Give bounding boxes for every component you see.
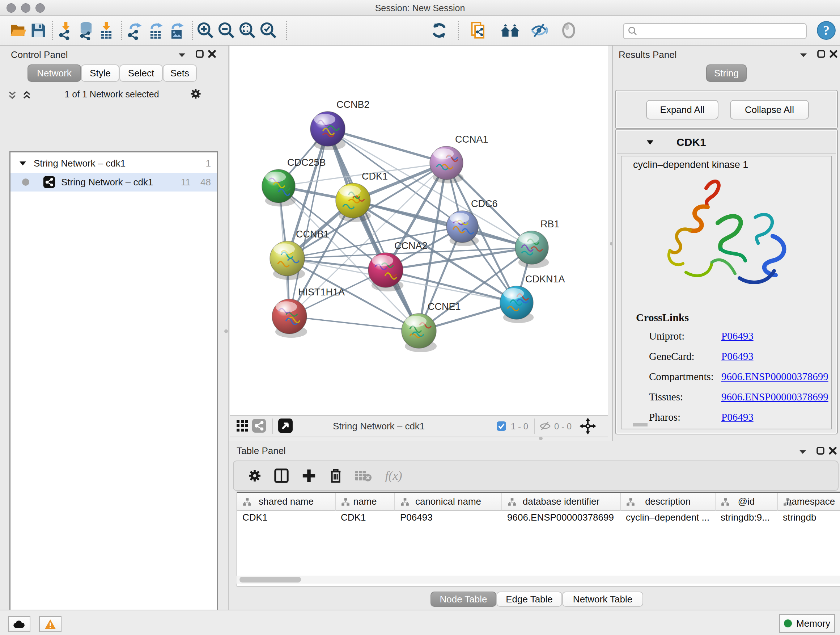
cloud-button[interactable] xyxy=(8,616,30,632)
show-graphics-details-icon[interactable] xyxy=(559,20,579,41)
import-table-from-file-icon[interactable] xyxy=(96,20,117,41)
crosslink-value[interactable]: P06493 xyxy=(722,330,753,342)
mini-scrollbar[interactable] xyxy=(633,423,647,426)
network-node-cdk1[interactable]: CDK1 xyxy=(336,171,388,222)
network-node-ccnb1[interactable]: CCNB1 xyxy=(270,229,329,280)
table-cell[interactable]: stringdb xyxy=(778,512,840,525)
help-icon[interactable]: ? xyxy=(816,20,836,41)
network-options-gear-icon[interactable] xyxy=(189,88,202,103)
collapse-arrow-icon[interactable] xyxy=(19,160,27,167)
grid-view-icon[interactable] xyxy=(236,419,249,435)
zoom-selected-icon[interactable] xyxy=(258,20,279,41)
export-table-icon[interactable] xyxy=(145,20,166,41)
crosslink-value[interactable]: 9606.ENSP00000378699 xyxy=(722,371,829,383)
section-collapse-icon[interactable] xyxy=(646,138,654,146)
add-column-icon[interactable] xyxy=(300,467,317,485)
zoom-in-icon[interactable] xyxy=(195,20,216,41)
table-cell[interactable]: CDK1 xyxy=(336,512,395,525)
close-panel-icon[interactable] xyxy=(829,48,838,61)
float-panel-icon[interactable] xyxy=(799,49,807,62)
scrollbar-thumb[interactable] xyxy=(240,577,301,583)
network-edge[interactable] xyxy=(328,129,419,331)
column-header-canonicalname[interactable]: canonical name xyxy=(395,493,502,511)
table-settings-gear-icon[interactable] xyxy=(246,467,264,485)
network-node-cdkn1a[interactable]: CDKN1A xyxy=(500,274,565,323)
column-header-databaseidentifier[interactable]: database identifier xyxy=(502,493,621,511)
share-document-icon[interactable] xyxy=(469,20,489,41)
close-panel-icon[interactable] xyxy=(208,48,216,61)
zoom-fit-icon[interactable] xyxy=(237,20,257,41)
network-collection-row[interactable]: String Network – cdk1 1 xyxy=(11,154,217,173)
collapse-all-button[interactable]: Collapse All xyxy=(730,100,809,119)
import-network-from-file-icon[interactable] xyxy=(56,20,76,41)
column-header-sharedname[interactable]: shared name xyxy=(237,493,336,511)
show-columns-icon[interactable] xyxy=(273,467,290,485)
hide-unhide-icon[interactable] xyxy=(530,20,550,41)
expand-all-networks-icon[interactable] xyxy=(22,90,32,103)
string-home-icon[interactable] xyxy=(500,20,520,41)
export-network-icon[interactable] xyxy=(125,20,145,41)
network-node-ccna1[interactable]: CCNA1 xyxy=(430,134,488,184)
tab-edge-table[interactable]: Edge Table xyxy=(496,592,562,607)
maximize-panel-icon[interactable] xyxy=(817,48,826,61)
network-edge[interactable] xyxy=(289,317,419,331)
memory-button[interactable]: Memory xyxy=(779,614,835,633)
table-cell[interactable]: stringdb:9... xyxy=(715,512,778,525)
open-file-icon[interactable] xyxy=(8,20,28,41)
expand-all-button[interactable]: Expand All xyxy=(646,100,718,119)
warning-button[interactable] xyxy=(39,616,62,632)
section-header[interactable]: CDK1 xyxy=(617,131,836,154)
table-panel: Table Panel f(x) shared n xyxy=(229,441,840,610)
horizontal-splitter-handle[interactable] xyxy=(539,437,543,440)
network-canvas[interactable]: CCNB2CCNA1CDC25BCDK1CDC6RB1CCNB1CCNA2CDK… xyxy=(230,46,608,415)
column-header-name[interactable]: name xyxy=(336,493,395,511)
column-header-id[interactable]: @id xyxy=(715,493,778,511)
save-session-icon[interactable] xyxy=(28,20,49,41)
maximize-panel-icon[interactable] xyxy=(195,48,204,61)
column-header-namespace[interactable]: namespace xyxy=(778,493,840,511)
tab-network-table[interactable]: Network Table xyxy=(562,592,643,607)
float-panel-icon[interactable] xyxy=(178,49,186,62)
table-cell[interactable]: cyclin–dependent ... xyxy=(621,512,715,525)
network-edge[interactable] xyxy=(328,129,447,163)
import-network-from-database-icon[interactable] xyxy=(76,20,96,41)
float-panel-icon[interactable] xyxy=(799,445,807,459)
close-panel-icon[interactable] xyxy=(829,445,837,458)
network-view-icon[interactable] xyxy=(252,418,266,436)
collapse-all-networks-icon[interactable] xyxy=(7,90,17,103)
tab-node-table[interactable]: Node Table xyxy=(431,592,496,607)
toolbar-separator xyxy=(52,21,53,40)
network-row-selected[interactable]: String Network – cdk1 11 48 xyxy=(11,173,217,192)
tab-string[interactable]: String xyxy=(706,65,747,82)
search-input[interactable] xyxy=(623,23,807,39)
column-header-description[interactable]: description xyxy=(621,493,715,511)
network-node-rb1[interactable]: RB1 xyxy=(515,219,560,268)
table-cell[interactable]: 9606.ENSP00000378699 xyxy=(502,512,621,525)
tab-network[interactable]: Network xyxy=(27,65,81,82)
tab-select[interactable]: Select xyxy=(119,65,163,82)
crosslink-value[interactable]: P06493 xyxy=(722,350,753,363)
tab-style[interactable]: Style xyxy=(81,65,119,82)
network-node-cdc25b[interactable]: CDC25B xyxy=(262,157,326,207)
export-image-icon[interactable] xyxy=(166,20,187,41)
tab-sets[interactable]: Sets xyxy=(163,65,197,82)
column-header-label: shared name xyxy=(259,496,314,507)
left-splitter-handle[interactable] xyxy=(224,329,228,333)
table-cell[interactable]: P06493 xyxy=(395,512,502,525)
crosslink-value[interactable]: P06493 xyxy=(722,411,753,423)
network-node-hist1h1a[interactable]: HIST1H1A xyxy=(272,287,345,338)
refresh-icon[interactable] xyxy=(429,20,449,41)
network-node-cdc6[interactable]: CDC6 xyxy=(447,198,498,246)
network-edge[interactable] xyxy=(353,201,532,248)
network-node-ccnb2[interactable]: CCNB2 xyxy=(310,99,370,150)
horizontal-scrollbar[interactable] xyxy=(237,576,840,584)
crosslink-value[interactable]: 9606.ENSP00000378699 xyxy=(722,391,829,403)
selected-checkbox-icon[interactable] xyxy=(496,421,507,434)
pan-crosshair-icon[interactable] xyxy=(579,418,596,437)
maximize-panel-icon[interactable] xyxy=(816,445,825,458)
zoom-out-icon[interactable] xyxy=(216,20,237,41)
table-cell[interactable]: CDK1 xyxy=(237,512,336,525)
birds-eye-view-icon[interactable] xyxy=(278,418,293,436)
delete-column-trash-icon[interactable] xyxy=(327,467,344,485)
network-node-ccne1[interactable]: CCNE1 xyxy=(401,301,461,352)
